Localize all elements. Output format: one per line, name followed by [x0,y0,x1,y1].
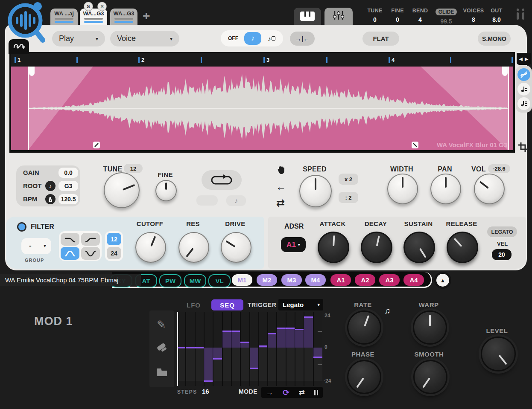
preset-tab-3[interactable]: WA...G3 [110,9,137,26]
mode-pause-icon[interactable] [314,390,318,395]
mode-pingpong-icon[interactable]: ⇄ [299,389,305,396]
mod-source-m4[interactable]: M4 [305,274,326,286]
res-knob[interactable] [178,232,209,263]
legato-button[interactable]: LEGATO [487,226,517,237]
speed-div2-button[interactable]: : 2 [339,192,358,203]
crop-button[interactable] [517,142,529,154]
steps-value[interactable]: 16 [202,388,209,395]
adsr-target-dropdown[interactable]: A1 ▾ [281,237,306,252]
preset-tab-2-active[interactable]: WA...G3 [80,9,107,26]
out-param[interactable]: OUT 8.0 [484,8,509,23]
note-list-tool-button[interactable] [517,97,530,110]
mod-source-a4[interactable]: A4 [403,274,424,286]
tune-knob[interactable] [104,172,140,208]
metronome-icon[interactable] [45,194,56,204]
tune-global-param[interactable]: TUNE 0 [362,8,387,23]
tab-lfo[interactable]: LFO [187,302,201,309]
mod-source-mw[interactable]: MW [184,274,206,287]
fade-out-handle[interactable] [412,142,418,148]
slope-24-button[interactable]: 24 [107,247,121,259]
fine-global-param[interactable]: FINE 0 [385,8,410,23]
filter-enable-toggle[interactable] [17,222,26,232]
filter-type-bandpass-selected[interactable] [61,247,79,260]
speed-x2-button[interactable]: x 2 [339,174,358,185]
timeline-ruler[interactable]: 1 2 3 4 [11,53,513,67]
s-mono-button[interactable]: S.MONO [478,32,511,46]
preset-tab-1[interactable]: WA ...aj [50,9,78,26]
start-flag-handle[interactable] [29,67,35,76]
sync-off-button[interactable]: OFF [223,32,243,45]
step-sequencer[interactable] [177,312,322,386]
rate-sync-note-icon[interactable]: ♫ [384,306,390,316]
hand-drag-icon[interactable] [277,165,286,176]
vol-knob[interactable] [474,174,505,204]
pitch-tool-button[interactable] [517,83,530,96]
decay-knob[interactable] [361,232,392,263]
folder-tool-icon[interactable] [156,368,168,379]
mod-source-vl[interactable]: VL [208,274,231,287]
loop-start-value[interactable] [196,195,218,206]
flat-button[interactable]: FLAT [362,32,399,46]
scroll-lr-button[interactable]: ◀ ▶ [517,53,531,65]
filter-type-notch[interactable] [81,247,100,260]
sync-note-lock-button[interactable]: ♪ [263,32,281,45]
eraser-tool-icon[interactable] [156,342,168,355]
pan-knob[interactable] [430,174,461,204]
mode-loop-icon-selected[interactable]: ⟳ [283,389,289,397]
solo-badge[interactable]: S [84,2,93,11]
waveform-display[interactable]: WA VocalFX Blur 01 G3 [11,67,513,150]
mode-forward-icon[interactable]: → [266,389,273,396]
mod-source-a3[interactable]: A3 [379,274,400,286]
clef-icon[interactable]: ♪ [45,181,56,191]
end-flag-handle[interactable] [502,67,508,76]
drive-knob[interactable] [221,232,251,263]
window-grip-icon[interactable] [517,9,524,20]
tab-seq-selected[interactable]: SEQ [211,299,243,310]
width-knob[interactable] [387,174,418,204]
cutoff-knob[interactable] [135,232,166,263]
phase-knob[interactable] [347,360,381,394]
sample-start-marker[interactable] [28,67,29,150]
pingpong-arrows-icon[interactable]: ⇄ [276,197,285,209]
close-tab-icon[interactable]: ✕ [97,2,107,11]
bend-param[interactable]: BEND 4 [408,8,433,23]
filter-type-lowpass[interactable] [61,233,79,246]
loop-mode-button[interactable] [202,170,242,190]
snap-curve-tool-button[interactable] [517,68,530,81]
glide-pill[interactable]: GLIDE [436,9,457,15]
mod-source-a1[interactable]: A1 [330,274,351,286]
filter-type-highpass[interactable] [81,233,100,246]
mod-source-pw[interactable]: PW [159,274,181,287]
release-knob[interactable] [447,232,478,263]
mod-source-a2[interactable]: A2 [355,274,375,286]
sample-end-marker[interactable] [508,67,509,150]
pencil-tool-icon[interactable]: ✎ [157,318,166,331]
fade-in-handle[interactable] [93,142,100,148]
sustain-knob[interactable] [403,232,435,263]
mod-source-m1-selected[interactable]: M1 [232,274,252,286]
collapse-selection-button[interactable]: →|← [290,32,315,46]
bpm-value[interactable]: 120.5 [58,194,78,204]
mod-source-m2[interactable]: M2 [257,274,277,286]
voices-param[interactable]: VOICES 8 [461,8,486,23]
add-tab-button[interactable]: + [143,9,150,23]
slope-12-button[interactable]: 12 [107,233,121,245]
vel-value[interactable]: 20 [492,249,512,260]
warp-knob[interactable] [413,310,447,345]
rate-knob[interactable] [347,310,381,345]
root-value[interactable]: G3 [58,181,78,191]
loop-sync-note-button[interactable]: ♪ [226,195,246,206]
play-mode-dropdown[interactable]: Play ▾ [52,31,105,46]
speed-knob[interactable] [299,175,332,207]
keyboard-view-tab[interactable] [294,8,321,25]
mixer-view-tab[interactable] [324,8,353,25]
panel-collapse-button[interactable]: ▲ [434,272,451,289]
level-knob[interactable] [481,336,516,371]
sync-note-button[interactable]: ♪ [244,32,261,45]
reverse-arrow-icon[interactable]: ← [276,181,286,193]
smooth-knob[interactable] [413,360,447,394]
mod-source-m3[interactable]: M3 [281,274,302,286]
voice-mode-dropdown[interactable]: Voice ▾ [110,31,179,46]
fine-knob[interactable] [155,180,177,201]
trigger-dropdown[interactable]: Legato ▾ [278,299,323,310]
